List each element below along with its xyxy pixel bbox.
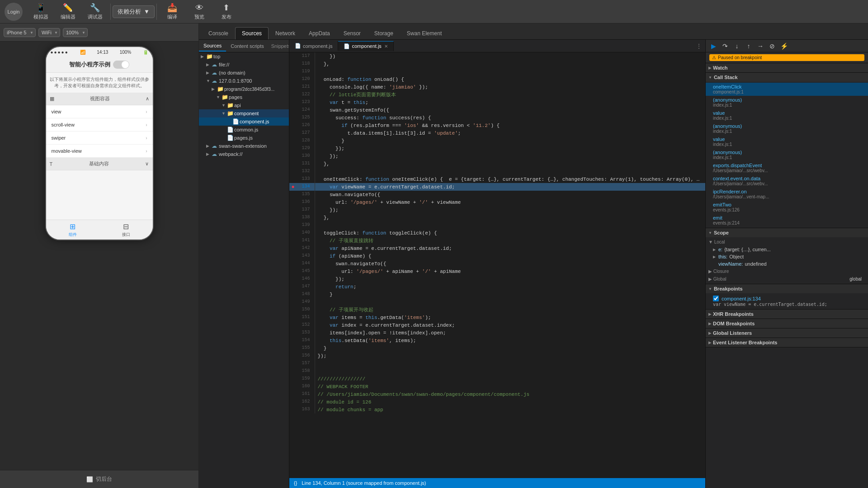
breakpoint-gutter-140[interactable] xyxy=(289,229,297,237)
global-listeners-header[interactable]: ▶ Global Listeners xyxy=(706,328,868,338)
step-over-button[interactable]: ↷ xyxy=(720,41,730,51)
scope-this[interactable]: ▶ this: Object xyxy=(706,253,868,260)
tree-item-program[interactable]: ▶ 📁 program/2dcc3845d3f3... xyxy=(199,85,289,93)
breakpoint-gutter-135[interactable] xyxy=(289,191,297,198)
file-tab-2[interactable]: 📄 component.js ✕ xyxy=(338,41,393,51)
breakpoint-gutter-137[interactable] xyxy=(289,206,297,214)
tree-item-file[interactable]: ▶ ☁ file:// xyxy=(199,61,289,69)
tree-item-component-folder[interactable]: ▼ 📁 component xyxy=(199,109,289,117)
deactivate-breakpoints-button[interactable]: ⊘ xyxy=(767,41,777,51)
breakpoint-gutter-154[interactable] xyxy=(289,337,297,344)
breakpoint-gutter-163[interactable] xyxy=(289,406,297,413)
breakpoint-gutter-119[interactable] xyxy=(289,68,297,75)
breakpoint-gutter-132[interactable] xyxy=(289,168,297,175)
breakpoint-gutter-122[interactable] xyxy=(289,91,297,99)
breakpoint-gutter-145[interactable] xyxy=(289,267,297,275)
breakpoint-gutter-153[interactable] xyxy=(289,329,297,337)
breakpoint-gutter-143[interactable] xyxy=(289,252,297,260)
scope-viewname[interactable]: viewName: undefined xyxy=(706,260,868,267)
breakpoint-gutter-162[interactable] xyxy=(289,398,297,406)
tab-console[interactable]: Console xyxy=(202,27,235,39)
src-tab-snippets[interactable]: Snippets xyxy=(269,41,289,51)
tree-item-no-domain[interactable]: ▶ ☁ (no domain) xyxy=(199,69,289,77)
breakpoint-gutter-123[interactable] xyxy=(289,99,297,106)
cs-item-anon2[interactable]: (anonymous) index.js:1 xyxy=(706,122,868,135)
section-view-container[interactable]: ▦ 视图容器 ∧ xyxy=(46,93,153,105)
publish-button[interactable]: ⬆ 发布 xyxy=(213,1,240,23)
debugger-button[interactable]: 🔧 调试器 xyxy=(81,1,108,23)
breakpoint-gutter-160[interactable] xyxy=(289,383,297,390)
breakpoint-gutter-120[interactable] xyxy=(289,75,297,83)
breakpoints-section-header[interactable]: ▼ Breakpoints xyxy=(706,284,868,293)
tab-sources[interactable]: Sources xyxy=(235,27,269,39)
breakpoint-gutter-155[interactable] xyxy=(289,344,297,352)
list-item-swiper[interactable]: swiper › xyxy=(46,131,153,145)
breakpoint-gutter-118[interactable] xyxy=(289,60,297,68)
breakpoint-checkbox-1[interactable] xyxy=(713,296,719,301)
cs-item-ipc[interactable]: ipcRenderer.on /Users/jiamiao/...vent-ma… xyxy=(706,188,868,201)
tree-item-pages[interactable]: ▼ 📁 pages xyxy=(199,93,289,101)
breakpoint-gutter-129[interactable] xyxy=(289,145,297,152)
cs-item-value2[interactable]: value index.js:1 xyxy=(706,135,868,148)
tree-item-api[interactable]: ▼ 📁 api xyxy=(199,101,289,109)
breakpoint-gutter-147[interactable] xyxy=(289,283,297,291)
cs-item-value1[interactable]: value index.js:1 xyxy=(706,109,868,122)
tab-api[interactable]: ⊟ 接口 xyxy=(122,222,130,238)
breakpoint-gutter-131[interactable] xyxy=(289,160,297,168)
tab-network[interactable]: Network xyxy=(269,27,302,39)
cs-item-oneItemClick[interactable]: oneItemClick component.js:1 xyxy=(706,83,868,96)
tree-item-component-js[interactable]: 📄 component.js xyxy=(199,117,289,126)
list-item-scroll-view[interactable]: scroll-view › xyxy=(46,118,153,131)
source-options-button[interactable]: ⋮ xyxy=(693,41,705,51)
cs-item-anon3[interactable]: (anonymous) index.js:1 xyxy=(706,148,868,161)
breakpoint-gutter-126[interactable] xyxy=(289,122,297,129)
tree-item-top[interactable]: ▶ 📁 top xyxy=(199,52,289,61)
list-item-movable-view[interactable]: movable-view › xyxy=(46,145,153,158)
close-file-tab-icon[interactable]: ✕ xyxy=(384,44,388,49)
scope-section-header[interactable]: ▼ Scope xyxy=(706,228,868,237)
tab-storage[interactable]: Storage xyxy=(368,27,400,39)
breakpoint-gutter-138[interactable] xyxy=(289,214,297,221)
breakpoint-gutter-125[interactable] xyxy=(289,114,297,122)
step-button[interactable]: → xyxy=(755,41,765,51)
scope-e[interactable]: ▶ e: {target: {…}, curren... xyxy=(706,246,868,253)
breakpoint-gutter-139[interactable] xyxy=(289,221,297,229)
tree-item-pages-js[interactable]: 📄 pages.js xyxy=(199,134,289,142)
device-select[interactable]: iPhone 5 iPhone 6 iPhone X xyxy=(4,28,36,37)
callstack-section-header[interactable]: ▼ Call Stack xyxy=(706,73,868,82)
cs-item-emittwo[interactable]: emitTwo events.js:126 xyxy=(706,201,868,214)
breakpoint-gutter-136[interactable] xyxy=(289,198,297,206)
network-select[interactable]: WiFi 3G 4G xyxy=(38,28,60,37)
breakpoint-gutter-159[interactable] xyxy=(289,375,297,383)
breakpoint-gutter-121[interactable] xyxy=(289,83,297,91)
tree-item-swan-ext[interactable]: ▶ ☁ swan-swan-extension xyxy=(199,142,289,150)
breakpoint-gutter-151[interactable] xyxy=(289,314,297,321)
event-listener-header[interactable]: ▶ Event Listener Breakpoints xyxy=(706,338,868,347)
cs-item-anon1[interactable]: (anonymous) index.js:1 xyxy=(706,96,868,109)
breakpoint-gutter-156[interactable] xyxy=(289,352,297,360)
xhr-section-header[interactable]: ▶ XHR Breakpoints xyxy=(706,310,868,319)
watch-section-header[interactable]: ▶ Watch xyxy=(706,63,868,72)
step-out-button[interactable]: ↑ xyxy=(744,41,754,51)
dom-section-header[interactable]: ▶ DOM Breakpoints xyxy=(706,319,868,328)
tab-sensor[interactable]: Sensor xyxy=(337,27,368,39)
tab-appdata[interactable]: AppData xyxy=(302,27,337,39)
breakpoint-gutter-117[interactable] xyxy=(289,52,297,60)
breakpoint-gutter-133[interactable] xyxy=(289,175,297,183)
simulator-button[interactable]: 📱 模拟器 xyxy=(27,1,54,23)
tree-item-localhost[interactable]: ▼ ☁ 127.0.0.1:8700 xyxy=(199,77,289,85)
breakpoint-gutter-161[interactable] xyxy=(289,390,297,398)
login-button[interactable]: Login xyxy=(5,3,23,21)
section-basic-content[interactable]: T 基础内容 ∨ xyxy=(46,158,153,170)
breakpoint-gutter-158[interactable] xyxy=(289,367,297,375)
breakpoint-gutter-152[interactable] xyxy=(289,321,297,329)
breakpoint-gutter-150[interactable] xyxy=(289,306,297,314)
tab-swan-element[interactable]: Swan Element xyxy=(400,27,448,39)
breakpoint-gutter-127[interactable] xyxy=(289,129,297,137)
cs-item-dispatch[interactable]: exports.dispatchEvent /Users/jiamiao/...… xyxy=(706,161,868,174)
breakpoint-gutter-130[interactable] xyxy=(289,152,297,160)
step-into-button[interactable]: ↓ xyxy=(732,41,742,51)
breakpoint-gutter-124[interactable] xyxy=(289,106,297,114)
source-code-view[interactable]: 117 })118 },119120 onLoad: function onLo… xyxy=(289,52,705,478)
breakpoint-gutter-141[interactable] xyxy=(289,237,297,244)
